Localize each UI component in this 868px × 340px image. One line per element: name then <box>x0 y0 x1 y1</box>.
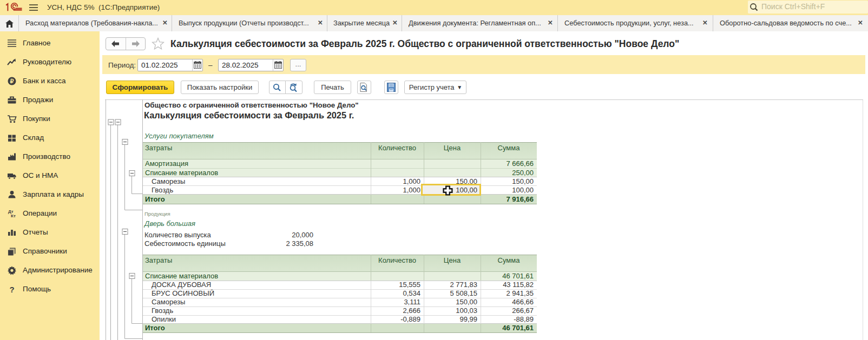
svg-text:₽: ₽ <box>10 78 14 84</box>
svg-text:Кт: Кт <box>11 214 16 218</box>
svg-text:?: ? <box>9 285 14 294</box>
